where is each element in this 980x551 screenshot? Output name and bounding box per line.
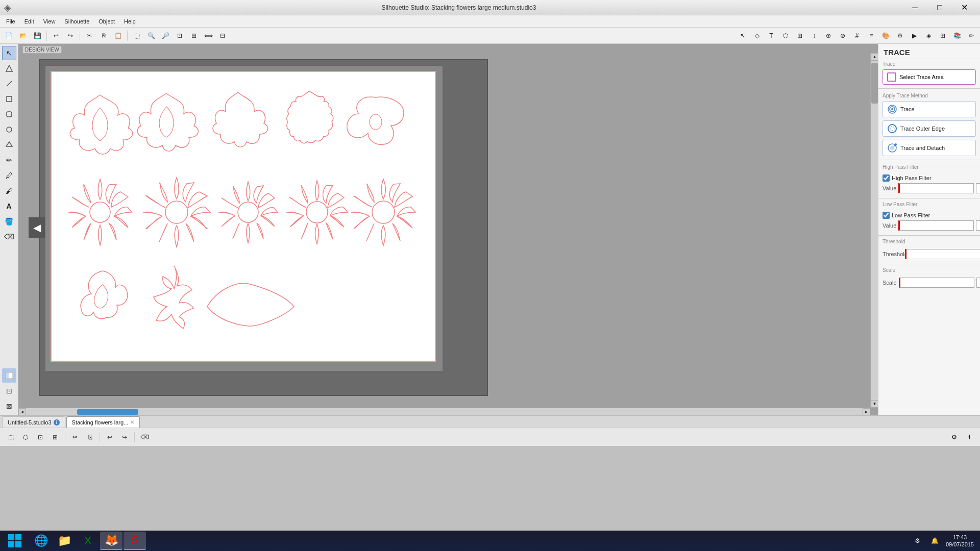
low-pass-checkbox[interactable]: [883, 212, 890, 219]
nav-arrow-button[interactable]: ◀: [29, 217, 45, 238]
menu-object[interactable]: Object: [94, 16, 119, 27]
paste-button[interactable]: 📋: [111, 30, 125, 42]
scale-slider[interactable]: [899, 278, 974, 288]
node-edit-tool[interactable]: [2, 61, 16, 76]
high-pass-checkbox[interactable]: [883, 174, 890, 182]
rounded-rect-tool[interactable]: [2, 107, 16, 121]
svg-point-18: [890, 127, 894, 131]
view-toggle1[interactable]: [2, 368, 16, 383]
align-tool[interactable]: ≡: [865, 30, 878, 42]
grid-tool[interactable]: #: [850, 30, 864, 42]
color-tool[interactable]: 🎨: [879, 30, 892, 42]
taskbar-excel[interactable]: X: [77, 532, 99, 550]
bt-select-group[interactable]: ⊞: [48, 431, 62, 443]
menu-file[interactable]: File: [2, 16, 19, 27]
minimize-button[interactable]: ─: [903, 0, 927, 15]
trace-outer-edge-button[interactable]: Trace Outer Edge: [883, 120, 976, 137]
zoom-in[interactable]: 🔍: [144, 30, 158, 42]
zoom-select[interactable]: ⊞: [187, 30, 201, 42]
taskbar-ie[interactable]: 🌐: [30, 532, 52, 550]
library-btn[interactable]: 📚: [950, 30, 964, 42]
low-pass-slider[interactable]: [898, 220, 974, 231]
menu-silhouette[interactable]: Silhouette: [60, 16, 93, 27]
bt-select-touch[interactable]: ⊡: [34, 431, 47, 443]
group-btn[interactable]: ⊟: [216, 30, 229, 42]
weld-tool[interactable]: ⊕: [822, 30, 835, 42]
bt-select-lasso[interactable]: ⬡: [19, 431, 32, 443]
new-button[interactable]: 📄: [2, 30, 15, 42]
rect-tool[interactable]: [2, 92, 16, 106]
trace-button[interactable]: Trace: [883, 101, 976, 117]
pen-btn[interactable]: ✏: [965, 30, 978, 42]
text-tool-tb[interactable]: T: [765, 30, 778, 42]
line-tool[interactable]: [2, 77, 16, 91]
scroll-right-arrow[interactable]: ►: [863, 408, 870, 416]
pen-tool-left[interactable]: 🖊: [2, 168, 16, 183]
maximize-button[interactable]: □: [928, 0, 951, 15]
scroll-up-arrow[interactable]: ▲: [871, 53, 878, 61]
start-button[interactable]: [2, 532, 28, 550]
taskbar-settings[interactable]: ⚙: [911, 535, 924, 547]
transform-tool[interactable]: ↕: [807, 30, 821, 42]
eraser-tool[interactable]: ⌫: [2, 230, 16, 244]
zoom-out[interactable]: 🔎: [159, 30, 172, 42]
zoom-fit[interactable]: ⊡: [173, 30, 186, 42]
offset-tool[interactable]: ⊘: [836, 30, 849, 42]
menu-help[interactable]: Help: [120, 16, 140, 27]
scroll-left-arrow[interactable]: ◄: [18, 408, 26, 416]
brush-tool[interactable]: 🖌: [2, 184, 16, 198]
fill-tool-tb[interactable]: ⬡: [779, 30, 792, 42]
bt-settings[interactable]: ⚙: [947, 431, 961, 443]
view-toggle2[interactable]: ⊡: [2, 384, 16, 398]
tab-stacking-flowers[interactable]: Stacking flowers larg... ✕: [66, 416, 140, 428]
save-button[interactable]: 💾: [31, 30, 44, 42]
fill-tool-left[interactable]: 🪣: [2, 214, 16, 229]
select-trace-area-button[interactable]: Select Trace Area: [883, 69, 976, 85]
taskbar-firefox[interactable]: 🦊: [100, 532, 122, 550]
redo-button[interactable]: ↪: [64, 30, 77, 42]
ellipse-tool[interactable]: [2, 122, 16, 137]
close-button[interactable]: ✕: [952, 0, 976, 15]
tab-untitled[interactable]: Untitled-5.studio3 i: [2, 416, 65, 428]
pencil-tool[interactable]: ✏: [2, 153, 16, 167]
bt-select-rect[interactable]: ⬚: [4, 431, 17, 443]
trace-detach-button[interactable]: Trace and Detach: [883, 140, 976, 156]
replicate-tool[interactable]: ⊞: [793, 30, 806, 42]
menu-edit[interactable]: Edit: [20, 16, 38, 27]
tab-close-icon[interactable]: ✕: [130, 419, 134, 425]
taskbar-notification[interactable]: 🔔: [928, 535, 942, 547]
bt-copy[interactable]: ⎘: [83, 431, 96, 443]
view-toggle3[interactable]: ⊠: [2, 399, 16, 413]
bt-delete[interactable]: ⌫: [138, 431, 151, 443]
taskbar-explorer[interactable]: 📁: [53, 532, 76, 550]
open-button[interactable]: 📂: [16, 30, 30, 42]
taskbar-silhouette[interactable]: S: [124, 532, 146, 550]
settings-btn2[interactable]: ⊞: [936, 30, 949, 42]
select-tool[interactable]: ⬚: [130, 30, 143, 42]
bt-info[interactable]: ℹ: [963, 431, 976, 443]
cut-settings[interactable]: ⚙: [893, 30, 906, 42]
vscroll-thumb[interactable]: [871, 63, 878, 104]
text-tool-left[interactable]: A: [2, 199, 16, 213]
copy-button[interactable]: ⎘: [97, 30, 110, 42]
bt-redo[interactable]: ↪: [118, 431, 131, 443]
high-pass-slider[interactable]: [898, 183, 974, 193]
scroll-down-arrow[interactable]: ▼: [871, 400, 878, 408]
bt-undo[interactable]: ↩: [103, 431, 116, 443]
threshold-slider[interactable]: [905, 249, 980, 259]
pointer-tool[interactable]: ↖: [736, 30, 749, 42]
vertical-scrollbar[interactable]: ▲ ▼: [870, 53, 878, 408]
cut-button[interactable]: ✂: [83, 30, 96, 42]
trace-tool-btn[interactable]: ◈: [922, 30, 935, 42]
menu-view[interactable]: View: [39, 16, 60, 27]
hscroll-thumb[interactable]: [77, 409, 138, 415]
node-tool[interactable]: ◇: [750, 30, 764, 42]
select-tool-left[interactable]: ↖: [2, 46, 16, 60]
send-to-cut[interactable]: ▶: [908, 30, 921, 42]
horizontal-scrollbar[interactable]: ◄ ►: [18, 408, 870, 415]
mirror-h[interactable]: ⟺: [202, 30, 215, 42]
bt-cut[interactable]: ✂: [68, 431, 82, 443]
polygon-tool[interactable]: [2, 138, 16, 152]
paper-canvas[interactable]: [51, 71, 436, 362]
undo-button[interactable]: ↩: [50, 30, 63, 42]
